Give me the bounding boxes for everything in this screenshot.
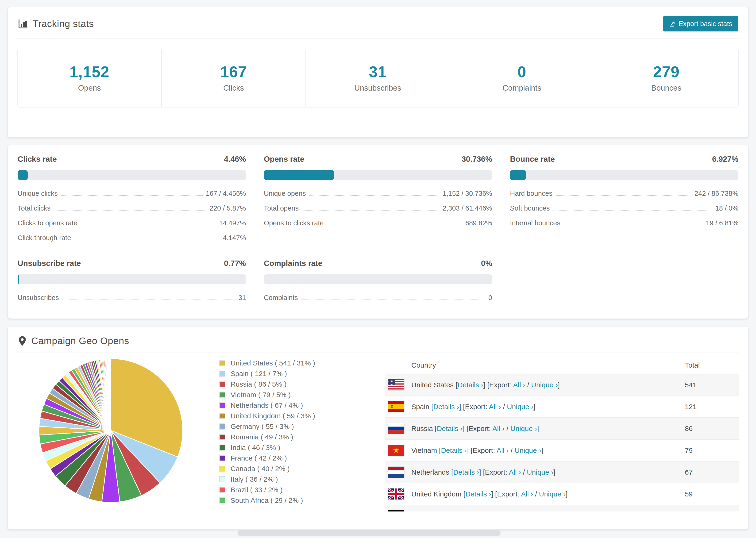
export-unique-link[interactable]: Unique ›	[539, 490, 566, 498]
details-link[interactable]: Details ›	[433, 403, 459, 410]
detail-value: 0	[488, 294, 492, 301]
rate-block-unsubscribe-rate: Unsubscribe rate0.77%Unsubscribes31	[18, 259, 246, 305]
stat-label: Bounces	[597, 83, 736, 92]
legend-swatch	[219, 466, 225, 472]
stat-value: 167	[164, 63, 303, 81]
export-label: ] [Export:	[462, 425, 492, 432]
details-link[interactable]: Details ›	[465, 490, 491, 498]
details-link[interactable]: Details ›	[441, 447, 467, 454]
horizontal-scrollbar-thumb[interactable]	[238, 530, 501, 536]
export-label: ] [Export:	[483, 381, 513, 389]
geo-table-wrap: Country Total United States [Details ›] …	[385, 357, 739, 511]
geo-header: Campaign Geo Opens	[8, 327, 748, 352]
stat-label: Opens	[20, 83, 159, 92]
country-name: Russia	[411, 425, 435, 432]
rate-block-clicks-rate: Clicks rate4.46%Unique clicks167 / 4.456…	[18, 155, 246, 245]
legend-label: United Kingdom ( 59 / 3% )	[231, 412, 315, 420]
detail-label: Unique opens	[264, 190, 306, 197]
total-cell: 79	[685, 447, 739, 455]
geo-table-row-nl: Netherlands [Details ›] [Export: All › /…	[385, 461, 739, 483]
stat-box-unsubscribes: 31Unsubscribes	[306, 49, 450, 107]
legend-item: France ( 42 / 2% )	[219, 454, 348, 462]
dotted-leader	[81, 225, 216, 225]
total-cell: 121	[685, 403, 739, 411]
rate-block-bounce-rate: Bounce rate6.927%Hard bounces242 / 86.73…	[510, 155, 738, 245]
detail-label: Clicks to opens rate	[18, 219, 78, 227]
details-link[interactable]: Details ›	[437, 425, 462, 432]
progress-bar-track	[264, 170, 492, 180]
export-unique-link[interactable]: Unique ›	[511, 425, 537, 432]
bar-chart-icon	[18, 19, 28, 29]
export-all-link[interactable]: All ›	[497, 447, 509, 454]
legend-label: Canada ( 40 / 2% )	[231, 465, 290, 473]
rate-value: 0%	[481, 259, 492, 268]
dotted-leader	[62, 299, 235, 300]
rate-title: Opens rate	[264, 155, 304, 164]
stat-box-opens: 1,152Opens	[18, 49, 162, 107]
rate-detail-row: Complaints0	[264, 290, 492, 305]
export-unique-link[interactable]: Unique ›	[514, 447, 541, 454]
total-cell: 67	[685, 468, 739, 476]
export-all-link[interactable]: All ›	[521, 490, 533, 498]
nl-flag-icon	[388, 467, 404, 478]
export-unique-link[interactable]: Unique ›	[507, 403, 533, 410]
dotted-leader	[302, 210, 439, 211]
bracket: [	[463, 490, 465, 498]
legend-item: India ( 46 / 3% )	[219, 444, 348, 452]
legend-label: United States ( 541 / 31% )	[231, 359, 315, 367]
bracket: ]	[541, 447, 543, 454]
legend-swatch	[219, 360, 225, 366]
slash: /	[501, 403, 507, 410]
ru-flag-icon	[388, 423, 404, 434]
bracket: ]	[553, 468, 555, 476]
detail-value: 689.82%	[465, 219, 492, 227]
details-link[interactable]: Details ›	[458, 381, 483, 389]
detail-label: Opens to clicks rate	[264, 219, 324, 227]
bracket: ]	[558, 381, 560, 389]
geo-table-row-vn: Vietnam [Details ›] [Export: All › / Uni…	[385, 439, 739, 461]
export-button-label: Export basic stats	[678, 20, 732, 28]
rate-detail-row: Internal bounces19 / 6.81%	[510, 216, 738, 231]
country-name: United Kingdom	[411, 490, 463, 498]
rate-detail-row: Unsubscribes31	[18, 290, 246, 305]
legend-item: Netherlands ( 67 / 4% )	[219, 402, 348, 409]
dotted-leader	[301, 299, 485, 300]
legend-label: Vietnam ( 79 / 5% )	[231, 391, 291, 399]
total-cell: 541	[685, 381, 739, 389]
progress-bar-track	[264, 274, 492, 284]
geo-table: Country Total United States [Details ›] …	[385, 357, 739, 511]
summary-stats-grid: 1,152Opens167Clicks31Unsubscribes0Compla…	[17, 49, 739, 108]
geo-title: Campaign Geo Opens	[31, 336, 129, 347]
export-unique-link[interactable]: Unique ›	[531, 381, 558, 389]
detail-label: Unsubscribes	[18, 294, 59, 301]
detail-value: 19 / 6.81%	[706, 219, 738, 227]
export-all-link[interactable]: All ›	[513, 381, 525, 389]
export-icon	[669, 21, 676, 27]
rate-detail-row: Total clicks220 / 5.87%	[18, 201, 246, 216]
progress-bar-track	[510, 170, 738, 180]
details-link[interactable]: Details ›	[453, 468, 479, 476]
rate-title: Bounce rate	[510, 155, 555, 164]
country-name: Spain	[411, 403, 431, 410]
bracket: [	[439, 447, 441, 454]
rate-title: Unsubscribe rate	[18, 259, 81, 268]
export-all-link[interactable]: All ›	[509, 468, 521, 476]
country-name: United States	[411, 381, 456, 389]
us-flag-icon	[388, 379, 404, 390]
legend-swatch	[219, 413, 225, 419]
country-cell: Netherlands [Details ›] [Export: All › /…	[404, 468, 685, 476]
slash: /	[505, 425, 511, 432]
export-all-link[interactable]: All ›	[489, 403, 501, 410]
legend-label: France ( 42 / 2% )	[231, 454, 287, 462]
export-unique-link[interactable]: Unique ›	[527, 468, 553, 476]
stat-value: 1,152	[20, 63, 159, 81]
geo-table-row-us: United States [Details ›] [Export: All ›…	[385, 374, 739, 396]
stat-box-clicks: 167Clicks	[162, 49, 306, 107]
export-basic-stats-button[interactable]: Export basic stats	[663, 16, 738, 31]
detail-label: Hard bounces	[510, 190, 553, 197]
detail-value: 2,303 / 61.446%	[443, 204, 492, 212]
progress-bar-fill	[18, 170, 28, 180]
rate-value: 6.927%	[712, 155, 738, 164]
export-all-link[interactable]: All ›	[492, 425, 505, 432]
slash: /	[509, 447, 514, 454]
